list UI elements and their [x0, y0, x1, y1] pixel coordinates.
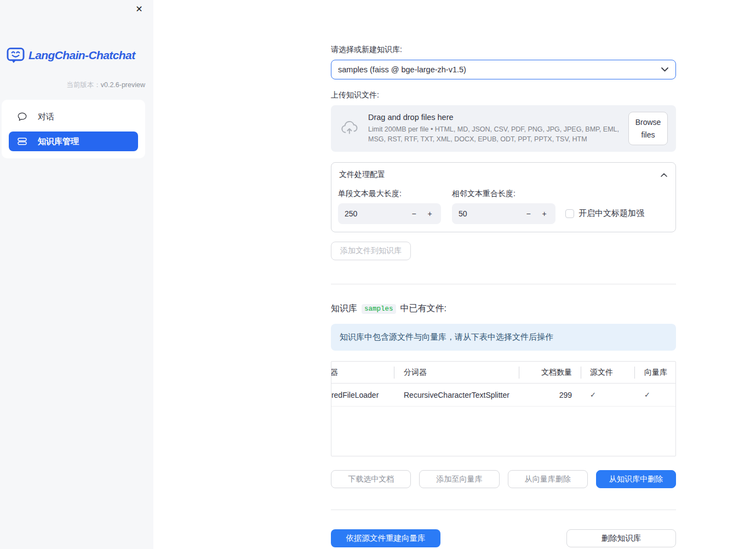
divider	[331, 510, 676, 510]
column-header-splitter[interactable]: 分词器	[394, 362, 519, 383]
divider	[331, 284, 676, 284]
minus-stepper-button[interactable]: −	[520, 209, 536, 218]
kb-files-heading: 知识库 samples 中已有文件:	[331, 303, 676, 314]
plus-stepper-button[interactable]: +	[422, 209, 438, 218]
expander-header[interactable]: 文件处理配置	[331, 163, 675, 185]
delete-from-kb-button[interactable]: 从知识库中删除	[596, 470, 676, 488]
stacked-drives-icon	[18, 137, 27, 146]
sidebar: ✕ LangChain-Chatchat 当前版本：v0.2.6-preview…	[0, 0, 153, 549]
file-uploader-dropzone[interactable]: Drag and drop files here Limit 200MB per…	[331, 105, 676, 152]
column-header-source-file[interactable]: 源文件	[581, 362, 634, 383]
sidebar-item-dialogue[interactable]: 对话	[9, 107, 138, 127]
column-header-doc-count[interactable]: 文档数量	[519, 362, 581, 383]
sidebar-item-label: 知识库管理	[38, 136, 79, 147]
chat-smiley-logo-icon	[7, 47, 25, 64]
download-selected-docs-button[interactable]: 下载选中文档	[331, 470, 411, 488]
uploader-hint: Limit 200MB per file • HTML, MD, JSON, C…	[368, 124, 620, 144]
sidebar-menu: 对话 知识库管理	[2, 100, 145, 158]
upload-label: 上传知识文件:	[331, 90, 676, 100]
chunk-size-input[interactable]: 250 − +	[338, 203, 441, 224]
main-area: 请选择或新建知识库: samples (faiss @ bge-large-zh…	[153, 0, 756, 549]
expander-body: 单段文本最大长度: 250 − + 相邻文本重合长度: 50 − +	[331, 185, 675, 224]
add-to-vector-store-button[interactable]: 添加至向量库	[419, 470, 499, 488]
chunk-size-group: 单段文本最大长度: 250 − +	[338, 189, 441, 224]
cell-splitter: RecursiveCharacterTextSplitter	[394, 384, 519, 406]
overlap-size-label: 相邻文本重合长度:	[452, 189, 555, 199]
check-icon: ✓	[644, 391, 650, 399]
minus-stepper-button[interactable]: −	[406, 209, 422, 218]
column-header-loader[interactable]: 文档加载器	[331, 362, 394, 383]
overlap-size-value: 50	[459, 209, 520, 218]
kb-name-code: samples	[362, 304, 396, 314]
info-banner: 知识库中包含源文件与向量库，请从下表中选择文件后操作	[331, 324, 676, 351]
delete-from-vector-store-button[interactable]: 从向量库删除	[508, 470, 588, 488]
close-sidebar-icon[interactable]: ✕	[133, 3, 146, 16]
browse-files-button[interactable]: Browse files	[628, 112, 668, 145]
kb-actions-row: 依据源文件重建向量库 删除知识库	[331, 529, 676, 549]
check-icon: ✓	[590, 391, 596, 399]
chevron-down-icon	[661, 67, 668, 72]
uploader-title: Drag and drop files here	[368, 113, 620, 122]
app-logo: LangChain-Chatchat	[7, 47, 153, 64]
kb-select-label: 请选择或新建知识库:	[331, 45, 676, 55]
add-files-to-kb-button[interactable]: 添加文件到知识库	[331, 242, 411, 260]
overlap-size-input[interactable]: 50 − +	[452, 203, 555, 224]
chunk-size-value: 250	[345, 209, 406, 218]
zh-title-enhance-row: 开启中文标题加强	[565, 208, 644, 219]
zh-title-enhance-checkbox[interactable]	[565, 209, 574, 218]
delete-kb-button[interactable]: 删除知识库	[566, 529, 676, 547]
cloud-upload-icon	[340, 121, 359, 136]
chevron-up-icon	[661, 173, 667, 177]
sidebar-item-label: 对话	[38, 112, 54, 122]
chat-bubble-icon	[18, 112, 27, 121]
rebuild-vector-store-button[interactable]: 依据源文件重建向量库	[331, 529, 440, 547]
cell-doc-count: 299	[519, 384, 581, 406]
column-header-vector-store[interactable]: 向量库	[634, 362, 675, 383]
table-row[interactable]: UnstructuredFileLoader RecursiveCharacte…	[331, 384, 675, 407]
file-actions-row: 下载选中文档 添加至向量库 从向量库删除 从知识库中删除	[331, 470, 676, 488]
expander-title: 文件处理配置	[339, 170, 385, 180]
cell-loader: UnstructuredFileLoader	[331, 384, 394, 406]
kb-files-table[interactable]: 文档加载器 分词器 文档数量 源文件 向量库 UnstructuredFileL…	[331, 361, 676, 456]
kb-files-prefix: 知识库	[331, 303, 357, 314]
uploader-text-block: Drag and drop files here Limit 200MB per…	[368, 113, 620, 144]
kb-select-value: samples (faiss @ bge-large-zh-v1.5)	[338, 65, 466, 74]
zh-title-enhance-label: 开启中文标题加强	[579, 208, 644, 219]
sidebar-item-kb-management[interactable]: 知识库管理	[9, 131, 138, 151]
kb-files-suffix: 中已有文件:	[400, 303, 446, 314]
version-text: 当前版本：v0.2.6-preview	[0, 81, 153, 90]
app-title: LangChain-Chatchat	[28, 49, 135, 62]
kb-select[interactable]: samples (faiss @ bge-large-zh-v1.5)	[331, 60, 676, 79]
plus-stepper-button[interactable]: +	[536, 209, 552, 218]
file-config-expander: 文件处理配置 单段文本最大长度: 250 − + 相邻文	[331, 162, 676, 232]
chunk-size-label: 单段文本最大长度:	[338, 189, 441, 199]
overlap-size-group: 相邻文本重合长度: 50 − +	[452, 189, 555, 224]
cell-vector-store: ✓	[634, 384, 675, 406]
table-header-row: 文档加载器 分词器 文档数量 源文件 向量库	[331, 362, 675, 384]
cell-source-file: ✓	[581, 384, 634, 406]
